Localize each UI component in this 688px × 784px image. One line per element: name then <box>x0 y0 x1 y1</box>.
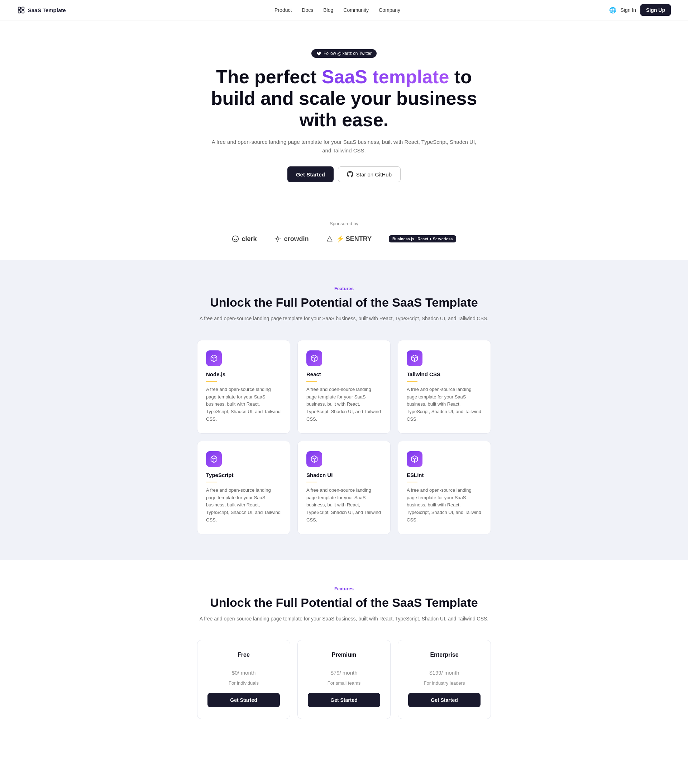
feature-desc-shadcn: A free and open-source landing page temp… <box>306 487 382 524</box>
nav-blog[interactable]: Blog <box>323 7 333 13</box>
feature-desc-tailwind: A free and open-source landing page temp… <box>407 386 482 423</box>
language-button[interactable]: 🌐 <box>609 7 616 14</box>
pricing-subtitle: A free and open-source landing page temp… <box>7 615 681 623</box>
features-subtitle: A free and open-source landing page temp… <box>7 315 681 323</box>
svg-point-4 <box>232 236 238 242</box>
svg-point-5 <box>276 238 279 240</box>
crowdin-label: crowdin <box>284 235 309 243</box>
price-period-premium: / month <box>340 670 358 676</box>
nav-company[interactable]: Company <box>379 7 400 13</box>
logo[interactable]: SaaS Template <box>17 6 66 14</box>
features-badge: Features <box>7 286 681 291</box>
nav-links: Product Docs Blog Community Company <box>274 7 400 13</box>
twitter-badge[interactable]: Follow @lxartz on Twitter <box>311 49 377 58</box>
pricing-for-free: For individuals <box>207 680 280 686</box>
feature-name-tailwind: Tailwind CSS <box>407 371 482 377</box>
navbar: SaaS Template Product Docs Blog Communit… <box>0 0 688 20</box>
pricing-price-enterprise: $199/ month <box>408 661 481 678</box>
get-started-button[interactable]: Get Started <box>287 166 333 182</box>
signin-button[interactable]: Sign In <box>621 7 636 13</box>
features-grid: Node.js A free and open-source landing p… <box>197 340 491 534</box>
sentry-icon <box>326 235 333 242</box>
feature-name-eslint: ESLint <box>407 472 482 478</box>
pricing-for-enterprise: For industry leaders <box>408 680 481 686</box>
nav-community[interactable]: Community <box>343 7 369 13</box>
feature-name-react: React <box>306 371 382 377</box>
features-title: Unlock the Full Potential of the SaaS Te… <box>7 295 681 310</box>
nav-right: 🌐 Sign In Sign Up <box>609 4 671 16</box>
pricing-cta-enterprise[interactable]: Get Started <box>408 693 481 707</box>
github-icon <box>347 171 353 178</box>
feature-divider-eslint <box>407 482 417 483</box>
feature-card-nodejs: Node.js A free and open-source landing p… <box>197 340 290 433</box>
price-period-free: / month <box>238 670 256 676</box>
business-label: Business.js · React + Serverless <box>392 237 453 241</box>
pricing-cta-free[interactable]: Get Started <box>207 693 280 707</box>
feature-name-shadcn: Shadcn UI <box>306 472 382 478</box>
hero-subtitle: A free and open-source landing page temp… <box>208 138 480 155</box>
github-button[interactable]: Star on GitHub <box>338 166 401 182</box>
nav-product[interactable]: Product <box>274 7 292 13</box>
pricing-card-free: Free $0/ month For individuals Get Start… <box>197 640 290 719</box>
sponsor-crowdin: crowdin <box>274 235 309 243</box>
box-icon-eslint <box>411 455 419 463</box>
box-icon-shadcn <box>310 455 318 463</box>
svg-rect-1 <box>22 7 24 9</box>
sponsor-sentry: ⚡ SENTRY <box>326 235 371 243</box>
box-icon-ts <box>210 455 218 463</box>
feature-desc-eslint: A free and open-source landing page temp… <box>407 487 482 524</box>
price-period-enterprise: / month <box>442 670 460 676</box>
sponsors-label: Sponsored by <box>7 221 681 226</box>
feature-icon-react <box>306 351 322 366</box>
svg-rect-3 <box>22 11 24 13</box>
twitter-icon <box>317 51 322 56</box>
hero-section: Follow @lxartz on Twitter The perfect Sa… <box>201 20 487 204</box>
pricing-cta-premium[interactable]: Get Started <box>308 693 380 707</box>
price-amount-enterprise: $199 <box>429 670 441 676</box>
pricing-for-premium: For small teams <box>308 680 380 686</box>
sponsors-section: Sponsored by clerk crowdin ⚡ SENTRY Busi… <box>0 204 688 260</box>
pricing-tier-enterprise: Enterprise <box>408 652 481 658</box>
hero-headline: The perfect SaaS template to build and s… <box>208 66 480 130</box>
pricing-card-enterprise: Enterprise $199/ month For industry lead… <box>398 640 491 719</box>
pricing-section: Features Unlock the Full Potential of th… <box>0 560 688 745</box>
hero-buttons: Get Started Star on GitHub <box>208 166 480 182</box>
clerk-icon <box>232 235 239 242</box>
logo-icon <box>17 6 25 14</box>
box-icon <box>210 354 218 362</box>
feature-divider-shadcn <box>306 482 317 483</box>
feature-divider-ts <box>206 482 217 483</box>
feature-desc-nodejs: A free and open-source landing page temp… <box>206 386 281 423</box>
hero-headline-part1: The perfect <box>216 66 322 87</box>
github-button-label: Star on GitHub <box>356 171 392 178</box>
sentry-label: ⚡ SENTRY <box>336 235 371 243</box>
sponsor-business: Business.js · React + Serverless <box>389 235 456 242</box>
pricing-grid: Free $0/ month For individuals Get Start… <box>197 640 491 719</box>
box-icon-react <box>310 354 318 362</box>
feature-card-shadcn: Shadcn UI A free and open-source landing… <box>297 441 391 534</box>
box-icon-tailwind <box>411 354 419 362</box>
twitter-badge-text: Follow @lxartz on Twitter <box>323 51 371 56</box>
pricing-tier-premium: Premium <box>308 652 380 658</box>
pricing-title: Unlock the Full Potential of the SaaS Te… <box>7 596 681 610</box>
feature-desc-react: A free and open-source landing page temp… <box>306 386 382 423</box>
features-section: Features Unlock the Full Potential of th… <box>0 260 688 560</box>
svg-rect-0 <box>18 7 20 9</box>
feature-icon-nodejs <box>206 351 222 366</box>
pricing-price-free: $0/ month <box>207 661 280 678</box>
pricing-tier-free: Free <box>207 652 280 658</box>
feature-name-nodejs: Node.js <box>206 371 281 377</box>
feature-icon-eslint <box>407 451 422 467</box>
price-amount-premium: $79 <box>330 670 339 676</box>
sponsor-clerk: clerk <box>232 235 257 243</box>
nav-docs[interactable]: Docs <box>302 7 313 13</box>
feature-divider <box>206 381 217 382</box>
sponsors-logos: clerk crowdin ⚡ SENTRY Business.js · Rea… <box>7 235 681 243</box>
feature-card-react: React A free and open-source landing pag… <box>297 340 391 433</box>
pricing-card-premium: Premium $79/ month For small teams Get S… <box>297 640 391 719</box>
logo-text: SaaS Template <box>28 7 66 13</box>
feature-divider-react <box>306 381 317 382</box>
signup-button[interactable]: Sign Up <box>640 4 671 16</box>
hero-headline-gradient: SaaS template <box>322 66 449 87</box>
price-amount-free: $0 <box>232 670 238 676</box>
